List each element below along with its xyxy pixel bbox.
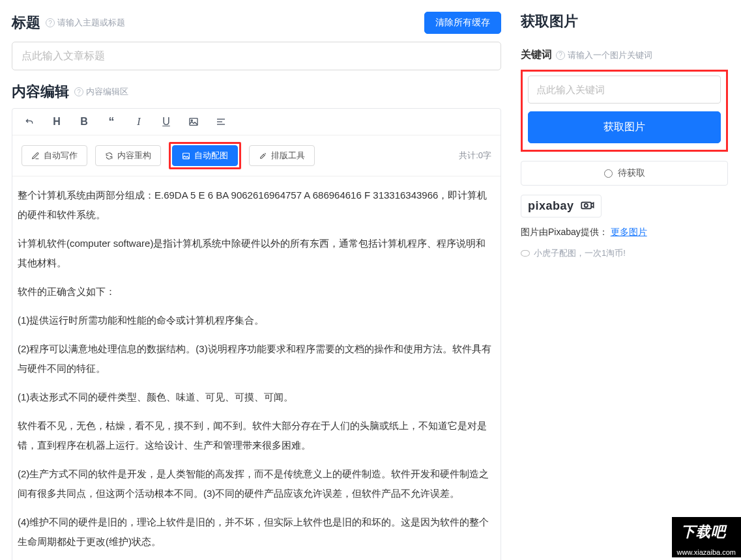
tool-icon bbox=[259, 152, 267, 160]
credit-line: 图片由Pixabay提供： 更多图片 bbox=[521, 227, 728, 238]
svg-point-7 bbox=[585, 204, 588, 207]
content-hint: ? 内容编辑区 bbox=[74, 86, 128, 98]
clear-cache-button[interactable]: 清除所有缓存 bbox=[424, 12, 501, 34]
pencil-icon bbox=[31, 152, 40, 160]
quote-icon[interactable]: “ bbox=[105, 115, 118, 128]
pixabay-badge: pixabay bbox=[521, 195, 602, 217]
auto-image-button[interactable]: 自动配图 bbox=[172, 145, 238, 166]
paragraph: 软件看不见，无色，枯燥，看不见，摸不到，闻不到。软件大部分存在于人们的头脑或纸上… bbox=[18, 416, 495, 455]
more-images-link[interactable]: 更多图片 bbox=[611, 227, 647, 237]
get-image-header: 获取图片 bbox=[521, 12, 728, 31]
circle-icon bbox=[604, 169, 613, 178]
image-plus-icon bbox=[182, 152, 190, 160]
article-title-input[interactable] bbox=[12, 42, 501, 70]
paragraph: (2)程序可以满意地处理信息的数据结构。(3)说明程序功能要求和程序需要的文档的… bbox=[18, 339, 495, 378]
paragraph: 整个计算机系统由两部分组成：E.69DA 5 E 6 BA 9062616964… bbox=[18, 186, 495, 225]
watermark-url: www.xiazaiba.com bbox=[672, 547, 741, 557]
paragraph: (4)维护不同的硬件是旧的，理论上软件是旧的，并不坏，但实际上软件也是旧的和坏的… bbox=[18, 512, 495, 552]
editor-content[interactable]: 整个计算机系统由两部分组成：E.69DA 5 E 6 BA 9062616964… bbox=[12, 176, 501, 560]
keyword-header: 关键词 ? 请输入一个图片关键词 bbox=[521, 48, 728, 62]
get-image-button[interactable]: 获取图片 bbox=[528, 111, 721, 143]
undo-icon[interactable] bbox=[23, 115, 36, 128]
watermark-badge: 下载吧 bbox=[672, 517, 741, 547]
paragraph: 软件的正确含义如下： bbox=[18, 282, 495, 301]
help-icon: ? bbox=[74, 87, 83, 96]
wait-get-status[interactable]: 待获取 bbox=[521, 161, 728, 186]
keyword-hint: ? 请输入一个图片关键词 bbox=[556, 49, 652, 61]
highlight-keyword-box: 获取图片 bbox=[521, 70, 728, 152]
restructure-button[interactable]: 内容重构 bbox=[95, 145, 161, 166]
content-header: 内容编辑 ? 内容编辑区 bbox=[12, 82, 501, 102]
watermark: 下载吧 www.xiazaiba.com bbox=[672, 517, 741, 557]
paragraph: 计算机软件(computer software)是指计算机系统中除硬件以外的所有… bbox=[18, 234, 495, 273]
help-icon: ? bbox=[46, 18, 55, 27]
heading-icon[interactable]: H bbox=[50, 115, 63, 128]
word-count: 共计:0字 bbox=[459, 150, 491, 161]
coin-note: 小虎子配图，一次1淘币! bbox=[521, 247, 728, 259]
title-hint: ? 请输入主题或标题 bbox=[46, 17, 125, 29]
underline-icon[interactable]: U bbox=[160, 115, 173, 128]
svg-point-1 bbox=[191, 120, 192, 121]
content-title: 内容编辑 bbox=[12, 82, 69, 102]
help-icon: ? bbox=[556, 51, 565, 60]
layout-tool-button[interactable]: 排版工具 bbox=[249, 145, 315, 166]
paragraph: (2)生产方式不同的软件是开发，是人类智能的高发挥，而不是传统意义上的硬件制造。… bbox=[18, 464, 495, 503]
align-left-icon[interactable] bbox=[214, 115, 227, 128]
refresh-icon bbox=[105, 152, 113, 160]
action-toolbar: 自动写作 内容重构 自动配图 排版工具 共计:0字 bbox=[12, 135, 501, 176]
highlight-auto-image: 自动配图 bbox=[169, 142, 241, 169]
italic-icon[interactable]: I bbox=[132, 115, 145, 128]
title-header: 标题 ? 请输入主题或标题 清除所有缓存 bbox=[12, 12, 501, 34]
coin-icon bbox=[521, 250, 530, 257]
title-label: 标题 bbox=[12, 13, 40, 33]
paragraph: (1)提供运行时所需功能和性能的命令或计算机程序集合。 bbox=[18, 311, 495, 330]
paragraph: (1)表达形式不同的硬件类型、颜色、味道、可见、可摸、可闻。 bbox=[18, 387, 495, 407]
camera-icon bbox=[580, 199, 594, 213]
get-image-title: 获取图片 bbox=[521, 12, 578, 31]
image-icon[interactable] bbox=[187, 115, 200, 128]
auto-write-button[interactable]: 自动写作 bbox=[22, 145, 87, 166]
keyword-label: 关键词 bbox=[521, 48, 552, 62]
editor-box: H B “ I U 自动写作 内容重构 bbox=[12, 108, 501, 560]
keyword-input[interactable] bbox=[528, 76, 721, 104]
format-toolbar: H B “ I U bbox=[12, 109, 501, 135]
bold-icon[interactable]: B bbox=[78, 115, 91, 128]
